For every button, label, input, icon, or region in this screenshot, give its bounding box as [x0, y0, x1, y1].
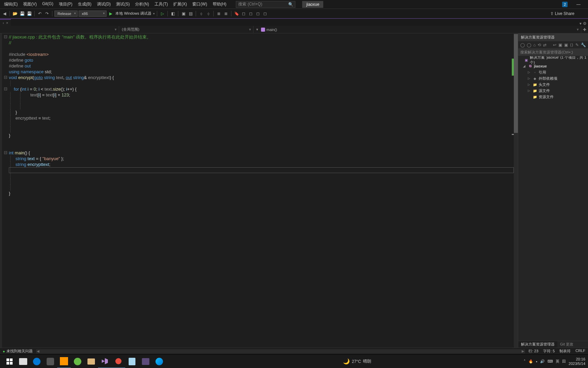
- code-line[interactable]: #define out: [9, 63, 518, 69]
- code-line[interactable]: }: [9, 109, 518, 115]
- home-icon[interactable]: ⌂: [533, 42, 536, 48]
- tool-icon[interactable]: ⎀: [205, 11, 211, 17]
- menu-item[interactable]: 窗口(W): [190, 0, 210, 9]
- code-line[interactable]: [9, 104, 518, 109]
- fold-marker[interactable]: [2, 144, 9, 150]
- ime-indicator[interactable]: 英: [556, 359, 559, 364]
- code-line[interactable]: text[i] = text[i] + 123;: [9, 92, 518, 98]
- taskbar-app-explorer[interactable]: [84, 355, 98, 368]
- start-button[interactable]: [3, 355, 16, 368]
- undo-icon[interactable]: ↶: [37, 11, 43, 17]
- weather-widget[interactable]: 🌙 27°C 晴朗: [343, 358, 371, 365]
- code-line[interactable]: [9, 144, 518, 150]
- indent-status[interactable]: 制表符: [559, 349, 571, 354]
- fold-marker[interactable]: [2, 121, 9, 127]
- fold-marker[interactable]: [2, 40, 9, 46]
- menu-item[interactable]: 工具(T): [152, 0, 170, 9]
- ime-indicator[interactable]: 田: [562, 359, 566, 364]
- fold-marker[interactable]: [2, 46, 9, 51]
- code-line[interactable]: string encrypttext;: [9, 162, 518, 167]
- chevron-right-icon[interactable]: ▷: [528, 77, 531, 80]
- tool-icon[interactable]: ◻: [241, 11, 247, 17]
- code-line[interactable]: encrypttext = text;: [9, 115, 518, 121]
- taskbar-app[interactable]: [44, 355, 57, 368]
- debug-target-label[interactable]: 本地 Windows 调试器: [115, 11, 151, 16]
- code-line[interactable]: //: [9, 40, 518, 46]
- fold-marker[interactable]: [2, 109, 9, 115]
- menu-item[interactable]: Git(G): [39, 0, 56, 9]
- forward-icon[interactable]: ◯: [526, 42, 532, 48]
- editor-tab[interactable]: ‹ ×: [0, 19, 11, 26]
- sync-icon[interactable]: ⟲: [537, 42, 542, 48]
- fold-marker[interactable]: [2, 98, 9, 104]
- tool-icon[interactable]: ◧: [170, 11, 176, 17]
- chevron-right-icon[interactable]: ▷: [528, 83, 531, 86]
- scroll-left-icon[interactable]: ◀: [36, 349, 40, 353]
- code-line[interactable]: using namespace std;: [9, 69, 518, 75]
- code-editor[interactable]: ⊟⊟⊟⊟ // jiaoxue.cpp : 此文件包含 "main" 函数。程序…: [0, 33, 518, 348]
- scroll-right-icon[interactable]: ▶: [521, 349, 525, 353]
- menu-item[interactable]: 生成(B): [75, 0, 94, 9]
- tree-item[interactable]: ▷📁源文件: [518, 88, 588, 94]
- fold-marker[interactable]: [2, 69, 9, 75]
- tool-icon[interactable]: ⟨⟩: [569, 42, 574, 48]
- code-line[interactable]: [9, 98, 518, 104]
- chevron-down-icon[interactable]: ▾: [153, 12, 155, 15]
- taskbar-app[interactable]: [57, 355, 71, 368]
- fold-marker[interactable]: [2, 127, 9, 133]
- switch-icon[interactable]: ⇄: [542, 42, 547, 48]
- tray-icon[interactable]: ⌨: [548, 359, 553, 364]
- back-icon[interactable]: ◯: [520, 42, 525, 48]
- menu-item[interactable]: 测试(S): [113, 0, 132, 9]
- nav-project-dropdown[interactable]: [0, 26, 119, 33]
- fold-marker[interactable]: [2, 167, 9, 173]
- fold-marker[interactable]: [2, 57, 9, 63]
- code-area[interactable]: // jiaoxue.cpp : 此文件包含 "main" 函数。程序执行将在此…: [9, 33, 518, 348]
- tool-icon[interactable]: ▣: [564, 42, 569, 48]
- issues-status[interactable]: 未找到相关问题: [6, 349, 33, 354]
- gear-icon[interactable]: ⚙: [583, 21, 587, 26]
- scroll-thumb[interactable]: [514, 34, 518, 133]
- live-share-button[interactable]: ⇪ Live Share: [550, 11, 574, 16]
- code-line[interactable]: [9, 173, 518, 179]
- tree-solution-root[interactable]: ▣ 解决方案 'jiaoxue' (1 个项目，共 1 个): [518, 57, 588, 63]
- fold-marker[interactable]: [2, 138, 9, 144]
- split-editor-icon[interactable]: ✚: [581, 27, 588, 32]
- notification-badge[interactable]: 2: [562, 2, 568, 7]
- tree-item[interactable]: ▷▫引用: [518, 69, 588, 75]
- tool-icon[interactable]: ◻: [248, 11, 254, 17]
- line-status[interactable]: 行: 23: [528, 349, 538, 354]
- fold-marker[interactable]: [2, 173, 9, 179]
- tool-icon[interactable]: ◻: [262, 11, 268, 17]
- taskbar-app-edge[interactable]: [152, 355, 166, 368]
- tool-icon[interactable]: ≣: [223, 11, 229, 17]
- char-status[interactable]: 字符: 5: [543, 349, 555, 354]
- taskbar-app-record[interactable]: [112, 355, 125, 368]
- code-line[interactable]: [9, 138, 518, 144]
- fold-marker[interactable]: ⊟: [2, 86, 9, 92]
- fold-marker[interactable]: ⊟: [2, 75, 9, 80]
- start-debug-icon[interactable]: ▶: [108, 11, 114, 17]
- fold-marker[interactable]: ⊟: [2, 34, 9, 40]
- tool-icon[interactable]: ⎀: [198, 11, 204, 17]
- chevron-right-icon[interactable]: ▷: [528, 71, 531, 74]
- close-icon[interactable]: ×: [6, 21, 8, 25]
- chevron-up-icon[interactable]: ˄: [524, 359, 526, 364]
- code-line[interactable]: int main() {: [9, 150, 518, 156]
- tool-icon[interactable]: ▤: [187, 11, 194, 17]
- code-line[interactable]: [9, 127, 518, 133]
- tool-icon[interactable]: ▣: [558, 42, 563, 48]
- taskbar-app[interactable]: [139, 355, 152, 368]
- search-input[interactable]: 搜索 (Ctrl+Q) 🔍: [236, 1, 295, 8]
- fold-marker[interactable]: [2, 92, 9, 98]
- tab-solution-explorer[interactable]: 解决方案资源管理器: [518, 341, 557, 348]
- sound-icon[interactable]: 🔊: [540, 359, 545, 364]
- solution-config-dropdown[interactable]: Release: [54, 11, 78, 17]
- code-line[interactable]: #define goto: [9, 57, 518, 63]
- code-line[interactable]: [9, 46, 518, 51]
- nav-scope-dropdown[interactable]: (全局范围): [119, 26, 254, 33]
- clock[interactable]: 20:16 2023/5/14: [569, 357, 585, 366]
- solution-name-badge[interactable]: jiaoxue: [302, 1, 323, 8]
- chevron-right-icon[interactable]: ▷: [528, 89, 531, 92]
- tool-icon[interactable]: ≣: [216, 11, 222, 17]
